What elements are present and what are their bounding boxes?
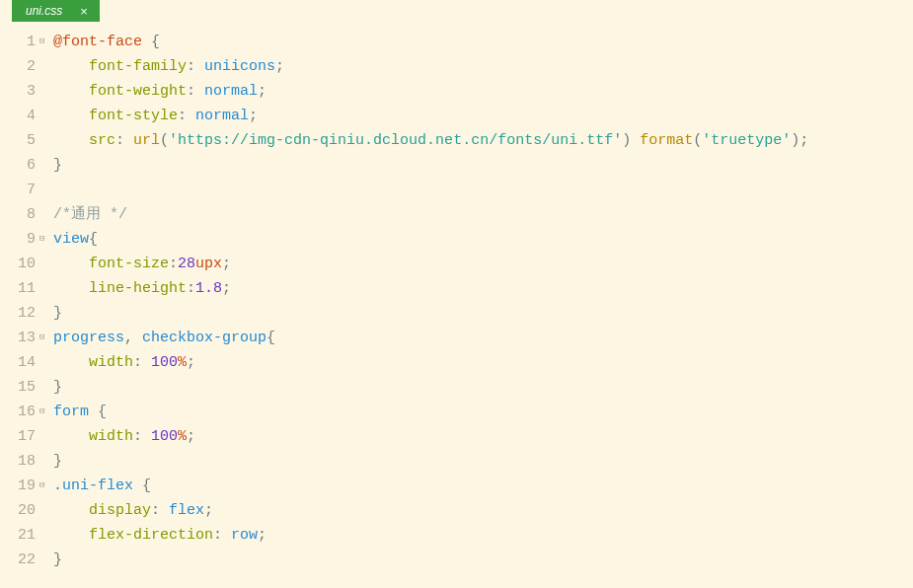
code-line[interactable]: width: 100%; [53,350,913,375]
line-number: 10 [0,252,36,276]
line-number: 11 [0,276,36,301]
line-number: 4 [0,104,36,128]
code-line[interactable]: src: url('https://img-cdn-qiniu.dcloud.n… [53,128,913,153]
code-line[interactable]: } [53,153,913,178]
fold-spacer [39,375,53,400]
fold-spacer [39,498,53,523]
fold-spacer [39,523,53,548]
line-number: 14 [0,350,36,375]
fold-spacer [39,301,53,326]
code-line[interactable]: .uni-flex { [53,474,913,498]
line-number: 13 [0,326,36,350]
code-line[interactable]: /*通用 */ [53,202,913,227]
line-number: 8 [0,202,36,227]
line-number: 18 [0,449,36,474]
line-number: 20 [0,498,36,523]
code-line[interactable]: font-family: uniicons; [53,54,913,79]
line-number: 9 [0,227,36,252]
code-line[interactable]: font-size:28upx; [53,252,913,276]
line-number: 1 [0,30,36,54]
tab-bar: uni.css × [0,0,913,22]
code-line[interactable]: form { [53,400,913,424]
code-line[interactable]: width: 100%; [53,424,913,449]
line-number: 17 [0,424,36,449]
fold-spacer [39,54,53,79]
code-line[interactable]: } [53,449,913,474]
line-number: 6 [0,153,36,178]
tab-filename: uni.css [26,4,62,18]
line-number: 2 [0,54,36,79]
code-line[interactable]: display: flex; [53,498,913,523]
fold-toggle-icon[interactable]: ⊟ [39,326,53,350]
fold-spacer [39,252,53,276]
code-line[interactable]: } [53,301,913,326]
code-line[interactable]: view{ [53,227,913,252]
line-number: 16 [0,400,36,424]
fold-spacer [39,350,53,375]
line-number: 12 [0,301,36,326]
code-line[interactable]: font-style: normal; [53,104,913,128]
code-line[interactable]: line-height:1.8; [53,276,913,301]
fold-spacer [39,153,53,178]
line-number: 5 [0,128,36,153]
fold-spacer [39,128,53,153]
fold-spacer [39,202,53,227]
code-line[interactable]: @font-face { [53,30,913,54]
code-line[interactable]: flex-direction: row; [53,523,913,548]
line-number: 15 [0,375,36,400]
fold-spacer [39,424,53,449]
code-editor[interactable]: 12345678910111213141516171819202122 ⊟⊟⊟⊟… [0,22,913,572]
code-content[interactable]: @font-face { font-family: uniicons; font… [53,30,913,572]
fold-gutter: ⊟⊟⊟⊟⊟ [39,30,53,572]
line-number: 22 [0,548,36,572]
line-number: 21 [0,523,36,548]
line-number: 19 [0,474,36,498]
fold-toggle-icon[interactable]: ⊟ [39,30,53,54]
fold-spacer [39,548,53,572]
fold-spacer [39,276,53,301]
code-line[interactable] [53,178,913,202]
fold-toggle-icon[interactable]: ⊟ [39,474,53,498]
fold-spacer [39,79,53,104]
fold-toggle-icon[interactable]: ⊟ [39,227,53,252]
line-number: 3 [0,79,36,104]
close-icon[interactable]: × [76,4,92,19]
line-number: 7 [0,178,36,202]
fold-spacer [39,104,53,128]
code-line[interactable]: font-weight: normal; [53,79,913,104]
file-tab[interactable]: uni.css × [12,0,100,22]
code-line[interactable]: } [53,375,913,400]
code-line[interactable]: progress, checkbox-group{ [53,326,913,350]
line-number-gutter: 12345678910111213141516171819202122 [0,30,39,572]
fold-spacer [39,449,53,474]
fold-spacer [39,178,53,202]
code-line[interactable]: } [53,548,913,572]
fold-toggle-icon[interactable]: ⊟ [39,400,53,424]
